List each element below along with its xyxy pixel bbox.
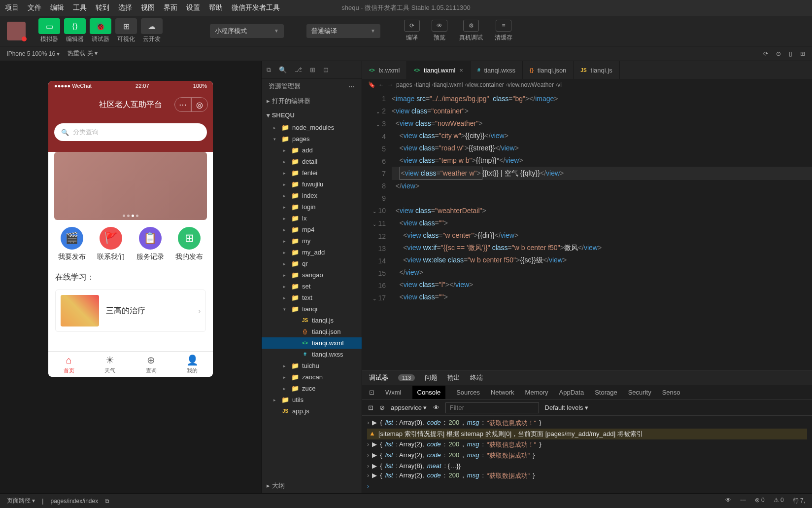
search-icon[interactable]: 🔍 [279, 66, 287, 73]
inspect-element-icon[interactable]: ⊡ [368, 404, 373, 411]
element-picker-icon[interactable]: ⊡ [369, 389, 374, 396]
menu-devtools[interactable]: 微信开发者工具 [232, 3, 280, 12]
tree-item-qr[interactable]: ▸📁qr [262, 258, 362, 269]
editor-tab-tianqi.wxss[interactable]: # tianqi.wxss [471, 61, 523, 79]
menu-goto[interactable]: 转到 [96, 3, 109, 12]
cloud-button[interactable]: ☁ [141, 18, 163, 34]
output-tab[interactable]: 输出 [447, 373, 460, 382]
quick-action-0[interactable]: 🎬 我要发布 [58, 227, 86, 261]
tree-item-fenlei[interactable]: ▸📁fenlei [262, 167, 362, 179]
explorer-more-icon[interactable]: ⋯ [348, 83, 355, 90]
warning-count[interactable]: ⚠ 0 [774, 497, 784, 505]
tree-item-add[interactable]: ▸📁add [262, 145, 362, 156]
menu-view[interactable]: 视图 [141, 3, 155, 12]
quick-action-1[interactable]: 🚩 联系我们 [97, 227, 125, 261]
editor-tab-lx.wxml[interactable]: <> lx.wxml [362, 61, 407, 79]
mode-dropdown[interactable]: 小程序模式▼ [210, 24, 284, 38]
menu-settings[interactable]: 设置 [186, 3, 200, 12]
hero-carousel[interactable] [54, 152, 207, 220]
page-path-label[interactable]: 页面路径 ▾ [7, 497, 35, 505]
git-icon[interactable]: ⎇ [295, 66, 302, 73]
debug-tab-Console[interactable]: Console [412, 386, 446, 399]
error-count[interactable]: ⊗ 0 [755, 497, 765, 505]
debug-tab-Security[interactable]: Security [628, 389, 651, 396]
debugger-button[interactable]: 🐞 [90, 18, 111, 34]
menu-edit[interactable]: 编辑 [50, 3, 64, 12]
tree-item-utils[interactable]: ▸📁utils [262, 394, 362, 405]
clear-cache-icon[interactable]: ≡ [496, 20, 511, 32]
code-editor[interactable]: 1⌄ 2⌄ 3 4 5 6 7 8 9⌄ 10⌄ 11 12 13 14 15 … [362, 91, 812, 370]
capsule-menu-icon[interactable]: ⋯ [174, 97, 191, 112]
tree-item-tianqi.wxss[interactable]: #tianqi.wxss [262, 349, 362, 360]
tree-item-text[interactable]: ▸📁text [262, 292, 362, 303]
more-status-icon[interactable]: ⋯ [740, 497, 746, 505]
back-nav-icon[interactable]: ← [378, 81, 384, 88]
learning-card[interactable]: 三高的治疗 › [55, 290, 206, 332]
menu-ui[interactable]: 界面 [164, 3, 177, 12]
tree-item-tianqi.json[interactable]: {}tianqi.json [262, 326, 362, 337]
clear-console-icon[interactable]: ⊘ [379, 404, 385, 411]
device-selector[interactable]: iPhone 5 100% 16 ▾ [7, 50, 60, 57]
tree-item-login[interactable]: ▸📁login [262, 201, 362, 213]
extension-icon[interactable]: ⊞ [310, 66, 315, 73]
tree-item-my[interactable]: ▸📁my [262, 235, 362, 247]
tree-item-pages[interactable]: ▾📁pages [262, 133, 362, 145]
terminal-tab[interactable]: 终端 [470, 373, 483, 382]
tree-item-tianqi.wxml[interactable]: <>tianqi.wxml [262, 337, 362, 349]
tree-item-fuwujilu[interactable]: ▸📁fuwujilu [262, 179, 362, 190]
tree-item-mp4[interactable]: ▸📁mp4 [262, 224, 362, 235]
debug-tab-Sources[interactable]: Sources [456, 389, 480, 396]
tabbar-1[interactable]: ☀天气 [90, 352, 131, 377]
compile-dropdown[interactable]: 普通编译▼ [306, 24, 380, 38]
tree-item-set[interactable]: ▸📁set [262, 281, 362, 292]
tabbar-2[interactable]: ⊕查询 [131, 352, 172, 377]
tree-item-tuichu[interactable]: ▸📁tuichu [262, 360, 362, 371]
debug-tab-Wxml[interactable]: Wxml [385, 389, 402, 396]
debug-tab-AppData[interactable]: AppData [559, 389, 584, 396]
quick-action-3[interactable]: ⊞ 我的发布 [175, 227, 203, 261]
search-input[interactable]: 🔍 分类查询 [54, 123, 207, 141]
filter-input[interactable] [445, 402, 539, 413]
menu-project[interactable]: 项目 [5, 3, 19, 12]
editor-tab-tianqi.js[interactable]: JS tianqi.js [574, 61, 619, 79]
tree-item-tianqi[interactable]: ▾📁tianqi [262, 303, 362, 315]
more-icon[interactable]: ⊡ [323, 66, 329, 73]
compile-icon[interactable]: ⟳ [404, 20, 420, 32]
debug-tab-Network[interactable]: Network [491, 389, 514, 396]
simulator-button[interactable]: ▭ [38, 18, 60, 34]
tree-item-lx[interactable]: ▸📁lx [262, 213, 362, 224]
close-icon[interactable]: × [459, 67, 463, 74]
editor-tab-tianqi.json[interactable]: {} tianqi.json [523, 61, 574, 79]
files-icon[interactable]: ⧉ [267, 66, 271, 74]
context-selector[interactable]: appservice ▾ [391, 404, 427, 411]
avatar[interactable] [7, 22, 26, 40]
project-root[interactable]: ▾ SHEQU [262, 109, 362, 122]
back-icon[interactable]: ⊙ [776, 50, 781, 57]
tree-item-my_add[interactable]: ▸📁my_add [262, 247, 362, 258]
debugger-tab[interactable]: 调试器 [369, 373, 388, 382]
split-icon[interactable]: ⊞ [800, 50, 805, 57]
menu-select[interactable]: 选择 [118, 3, 132, 12]
visibility-icon[interactable]: 👁 [725, 497, 731, 505]
editor-button[interactable]: ⟨⟩ [64, 18, 86, 34]
quick-action-2[interactable]: 📋 服务记录 [136, 227, 164, 261]
levels-dropdown[interactable]: Default levels ▾ [545, 404, 589, 411]
cursor-position[interactable]: 行 7, [793, 497, 805, 505]
menu-file[interactable]: 文件 [28, 3, 41, 12]
debug-tab-Memory[interactable]: Memory [525, 389, 548, 396]
debug-tab-Storage[interactable]: Storage [595, 389, 617, 396]
phone-simulator[interactable]: ●●●●● WeChat 22:07 100% 社区老人互助平台 ⋯ ◎ 🔍 分… [48, 81, 213, 377]
tree-item-node_modules[interactable]: ▸📁node_modules [262, 122, 362, 133]
tabbar-0[interactable]: ⌂首页 [48, 352, 90, 377]
copy-icon[interactable]: ⧉ [105, 498, 109, 505]
open-editors-section[interactable]: ▸ 打开的编辑器 [262, 94, 362, 109]
problems-tab[interactable]: 问题 [425, 373, 438, 382]
breadcrumb[interactable]: 🔖 ← → pages ›tianqi ›tianqi.wxml ›view.c… [362, 79, 812, 91]
visualize-button[interactable]: ⊞ [115, 18, 137, 34]
capsule-close-icon[interactable]: ◎ [191, 97, 208, 112]
tree-item-zaocan[interactable]: ▸📁zaocan [262, 371, 362, 383]
remote-debug-icon[interactable]: ⚙ [463, 20, 479, 32]
menu-tools[interactable]: 工具 [73, 3, 87, 12]
tree-item-detail[interactable]: ▸📁detail [262, 156, 362, 167]
menu-help[interactable]: 帮助 [209, 3, 223, 12]
